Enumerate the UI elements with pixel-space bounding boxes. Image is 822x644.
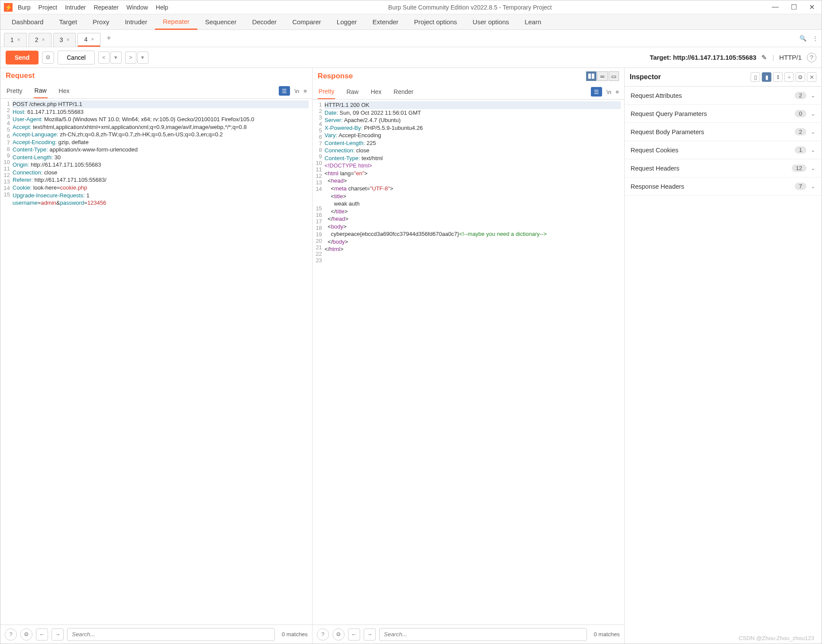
repeater-tabs: 1 ×2 ×3 ×4 × + 🔍 ⋮	[0, 30, 822, 47]
layout-icon[interactable]: ▮	[762, 72, 771, 82]
inspector-section-request-query-parameters[interactable]: Request Query Parameters0⌄	[625, 105, 822, 123]
tab-dashboard[interactable]: Dashboard	[4, 15, 51, 29]
inspector-pane: Inspector ▯ ▮ ⇕ ÷ ⚙ ✕ Request Attributes…	[625, 68, 822, 644]
repeater-tab-4[interactable]: 4 ×	[77, 33, 100, 47]
layout-columns-icon[interactable]	[586, 71, 596, 81]
view-tab-render[interactable]: Render	[393, 85, 414, 99]
layout-icon[interactable]: ▯	[751, 72, 760, 82]
tab-repeater[interactable]: Repeater	[155, 14, 197, 30]
request-search-input[interactable]	[67, 628, 275, 641]
tab-extender[interactable]: Extender	[365, 15, 406, 29]
layout-rows-icon[interactable]: ═	[597, 71, 608, 81]
menu-help[interactable]: Help	[156, 4, 168, 11]
tab-sequencer[interactable]: Sequencer	[197, 15, 245, 29]
gear-icon[interactable]: ⚙	[332, 628, 345, 641]
chevron-down-icon: ⌄	[811, 129, 816, 135]
menu-dots-icon[interactable]: ⋮	[812, 35, 818, 42]
tab-target[interactable]: Target	[51, 15, 85, 29]
view-tab-hex[interactable]: Hex	[370, 85, 382, 99]
newline-icon[interactable]: \n	[294, 88, 299, 94]
menu-intruder[interactable]: Intruder	[65, 4, 86, 11]
layout-tabs-icon[interactable]: ▭	[609, 71, 619, 81]
repeater-tab-2[interactable]: 2 ×	[29, 33, 52, 47]
gear-icon[interactable]: ⚙	[42, 52, 54, 64]
tab-user-options[interactable]: User options	[465, 15, 517, 29]
close-tab-icon[interactable]: ×	[66, 37, 69, 43]
add-tab-button[interactable]: +	[102, 31, 116, 45]
close-tab-icon[interactable]: ×	[91, 36, 94, 42]
gear-icon[interactable]: ⚙	[20, 628, 32, 641]
chevron-down-icon: ⌄	[811, 183, 816, 190]
menu-burp[interactable]: Burp	[18, 4, 31, 11]
history-forward-button[interactable]: >	[125, 52, 136, 64]
tab-proxy[interactable]: Proxy	[85, 15, 117, 29]
inspector-section-request-attributes[interactable]: Request Attributes2⌄	[625, 87, 822, 105]
collapse-icon[interactable]: ÷	[784, 72, 794, 82]
next-match-button[interactable]: →	[52, 628, 64, 641]
help-icon[interactable]: ?	[807, 53, 816, 62]
maximize-icon[interactable]: ☐	[791, 3, 797, 11]
hamburger-icon[interactable]: ≡	[303, 88, 307, 94]
minimize-icon[interactable]: ―	[772, 3, 779, 11]
menu-bar: BurpProjectIntruderRepeaterWindowHelp	[18, 4, 168, 11]
close-icon[interactable]: ✕	[807, 72, 816, 82]
cancel-button[interactable]: Cancel	[58, 51, 95, 64]
expand-icon[interactable]: ⇕	[773, 72, 783, 82]
request-title: Request	[6, 71, 35, 80]
chevron-down-icon: ⌄	[811, 147, 816, 153]
tab-decoder[interactable]: Decoder	[244, 15, 284, 29]
response-editor[interactable]: 1234567891011121314 151617181920212223 H…	[313, 100, 624, 625]
history-back-dropdown[interactable]: ▾	[110, 52, 122, 64]
watermark: CSDN @Zhou-Zhou_zhou123	[739, 635, 814, 641]
tab-logger[interactable]: Logger	[329, 15, 365, 29]
view-tab-pretty[interactable]: Pretty	[318, 84, 335, 99]
repeater-tab-1[interactable]: 1 ×	[4, 33, 27, 47]
view-tab-raw[interactable]: Raw	[34, 84, 48, 98]
help-icon[interactable]: ?	[5, 628, 17, 641]
close-tab-icon[interactable]: ×	[17, 37, 20, 43]
gear-icon[interactable]: ⚙	[796, 72, 805, 82]
tab-learn[interactable]: Learn	[517, 15, 549, 29]
next-match-button[interactable]: →	[364, 628, 376, 641]
view-tab-pretty[interactable]: Pretty	[6, 84, 23, 98]
hamburger-icon[interactable]: ≡	[616, 89, 619, 95]
chevron-down-icon: ⌄	[811, 92, 816, 99]
actions-icon[interactable]: ☰	[591, 87, 602, 97]
request-editor[interactable]: 123456789101112131415 POST /check.php HT…	[0, 99, 312, 625]
send-button[interactable]: Send	[6, 51, 39, 64]
newline-icon[interactable]: \n	[606, 89, 611, 95]
response-title: Response	[318, 72, 353, 80]
prev-match-button[interactable]: ←	[348, 628, 360, 641]
history-back-button[interactable]: <	[98, 52, 110, 64]
inspector-section-request-cookies[interactable]: Request Cookies1⌄	[625, 141, 822, 159]
target-label: Target:	[650, 54, 671, 61]
menu-project[interactable]: Project	[39, 4, 58, 11]
protocol-toggle[interactable]: HTTP/1	[779, 54, 802, 61]
actions-icon[interactable]: ☰	[279, 86, 290, 96]
window-title: Burp Suite Community Edition v2022.8.5 -…	[168, 4, 772, 11]
search-icon[interactable]: 🔍	[799, 35, 806, 42]
view-tab-raw[interactable]: Raw	[345, 85, 359, 99]
toolbar: Send ⚙ Cancel < ▾ > ▾ Target: http://61.…	[0, 47, 822, 68]
tab-comparer[interactable]: Comparer	[284, 15, 329, 29]
inspector-section-request-headers[interactable]: Request Headers12⌄	[625, 159, 822, 177]
inspector-section-response-headers[interactable]: Response Headers7⌄	[625, 177, 822, 196]
prev-match-button[interactable]: ←	[36, 628, 48, 641]
target-value: http://61.147.171.105:55683	[673, 54, 757, 61]
history-forward-dropdown[interactable]: ▾	[137, 52, 148, 64]
menu-repeater[interactable]: Repeater	[93, 4, 119, 11]
inspector-section-request-body-parameters[interactable]: Request Body Parameters2⌄	[625, 123, 822, 141]
request-pane: Request PrettyRawHex☰\n≡ 123456789101112…	[0, 68, 313, 644]
close-icon[interactable]: ✕	[809, 3, 815, 11]
view-tab-hex[interactable]: Hex	[58, 84, 71, 98]
close-tab-icon[interactable]: ×	[42, 37, 45, 43]
burp-app-icon: ⚡	[4, 3, 13, 12]
tab-intruder[interactable]: Intruder	[117, 15, 155, 29]
main-tabs: DashboardTargetProxyIntruderRepeaterSequ…	[0, 14, 822, 30]
help-icon[interactable]: ?	[317, 628, 329, 641]
edit-target-icon[interactable]: ✎	[761, 54, 767, 61]
repeater-tab-3[interactable]: 3 ×	[53, 33, 76, 47]
menu-window[interactable]: Window	[126, 4, 148, 11]
tab-project-options[interactable]: Project options	[406, 15, 465, 29]
response-search-input[interactable]	[379, 628, 587, 641]
